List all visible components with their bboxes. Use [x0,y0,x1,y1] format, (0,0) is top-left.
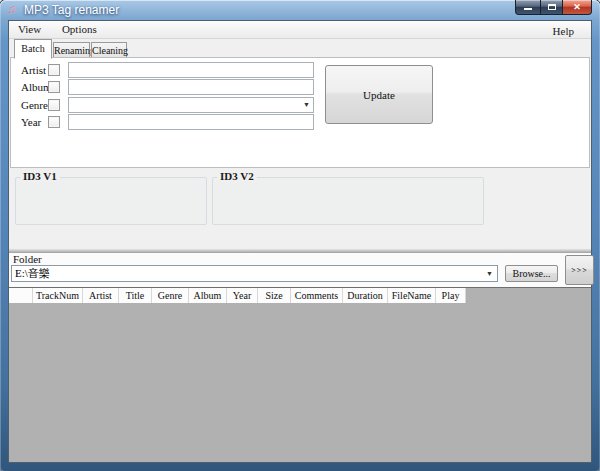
column-artist[interactable]: Artist [83,288,119,303]
chevron-down-icon: ▼ [486,271,493,278]
expand-button[interactable]: >>> [565,255,594,285]
maximize-icon [548,4,556,10]
client-area: View Options Help Batch Renaming Cleanin… [8,20,592,463]
year-label: Year [21,114,41,130]
menu-options[interactable]: Options [53,21,106,35]
column-comments[interactable]: Comments [291,288,343,303]
id3v1-label: ID3 V1 [20,170,60,182]
menu-help[interactable]: Help [544,23,583,37]
window-title: MP3 Tag renamer [24,3,119,17]
tab-strip: Batch Renaming Cleaning [9,39,591,58]
artist-label: Artist [21,62,46,78]
app-icon: ♫ [7,2,16,16]
file-list-header: TrackNum Artist Title Genre Album Year S… [9,287,591,303]
artist-checkbox[interactable] [48,64,60,76]
artist-input[interactable] [68,62,314,78]
folder-label: Folder [13,253,42,265]
folder-path-combobox[interactable]: E:\音樂 ▼ [11,265,498,282]
folder-bar: Folder E:\音樂 ▼ Browse... >>> [9,253,591,287]
tab-cleaning[interactable]: Cleaning [91,42,127,58]
app-window: ♫ MP3 Tag renamer ✕ View Options Help Ba… [0,0,600,471]
genre-combobox[interactable]: ▼ [68,97,314,113]
column-play[interactable]: Play [436,288,466,303]
column-year[interactable]: Year [227,288,258,303]
chevron-down-icon: ▼ [303,102,310,109]
column-title[interactable]: Title [119,288,152,303]
column-tracknum[interactable]: TrackNum [33,288,83,303]
album-checkbox[interactable] [48,81,60,93]
update-button[interactable]: Update [325,65,433,124]
batch-form-panel: Artist Album Genre ▼ Year Update [10,57,590,168]
folder-path-value: E:\音樂 [15,267,50,279]
minimize-button[interactable] [515,0,541,15]
close-icon: ✕ [573,3,581,12]
album-input[interactable] [68,79,314,95]
browse-button[interactable]: Browse... [505,265,558,282]
id3v1-groupbox: ID3 V1 [15,177,207,225]
maximize-button[interactable] [541,0,562,15]
minimize-icon [524,8,532,10]
tab-batch[interactable]: Batch [14,39,52,59]
column-duration[interactable]: Duration [343,288,388,303]
column-album[interactable]: Album [189,288,227,303]
genre-label: Genre [21,97,48,113]
year-checkbox[interactable] [48,116,60,128]
file-list[interactable] [9,303,591,462]
id3v2-groupbox: ID3 V2 [212,177,484,225]
titlebar[interactable]: ♫ MP3 Tag renamer ✕ [0,0,600,20]
header-filler [466,288,591,303]
window-controls: ✕ [515,0,592,15]
column-filename[interactable]: FileName [388,288,436,303]
year-input[interactable] [68,114,314,130]
id3v2-label: ID3 V2 [217,170,257,182]
column-selector[interactable] [9,288,33,303]
menubar: View Options Help [9,21,591,39]
column-genre[interactable]: Genre [152,288,189,303]
tab-renaming[interactable]: Renaming [53,42,90,58]
close-button[interactable]: ✕ [562,0,592,15]
column-size[interactable]: Size [258,288,291,303]
menu-view[interactable]: View [9,21,50,35]
genre-checkbox[interactable] [48,99,60,111]
album-label: Album [21,79,52,95]
